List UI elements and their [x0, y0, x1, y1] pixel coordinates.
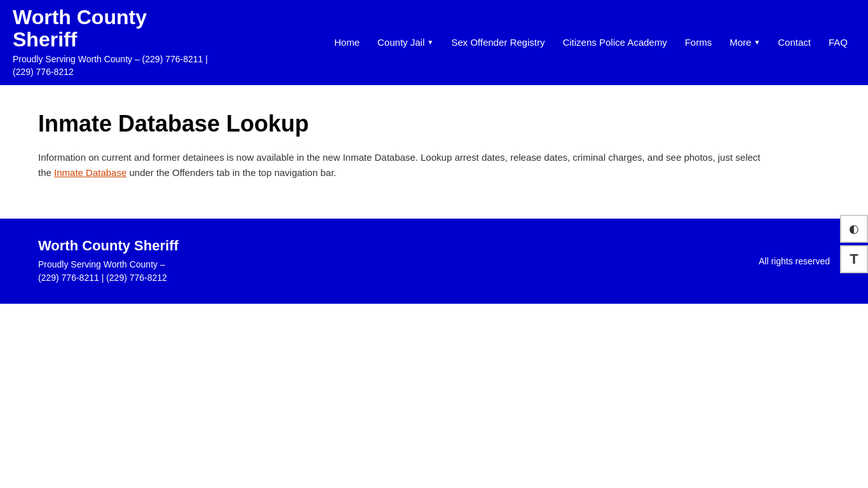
- footer-tagline-line2: (229) 776-8211 | (229) 776-8212: [38, 273, 167, 283]
- nav-label-home: Home: [334, 37, 360, 48]
- site-title: Worth County Sheriff: [13, 6, 216, 51]
- nav-item-citizens-police[interactable]: Citizens Police Academy: [555, 32, 674, 53]
- county-jail-dropdown-icon: ▼: [427, 39, 433, 46]
- footer-rights: All rights reserved: [759, 256, 830, 266]
- site-header: Worth County Sheriff Proudly Serving Wor…: [0, 0, 868, 85]
- nav-item-sex-offender[interactable]: Sex Offender Registry: [444, 32, 552, 53]
- side-buttons: ◐ T: [840, 215, 868, 273]
- font-size-icon: T: [850, 251, 858, 268]
- nav-item-contact[interactable]: Contact: [770, 32, 818, 53]
- page-body: Information on current and former detain…: [38, 150, 769, 180]
- nav-label-contact: Contact: [778, 37, 811, 48]
- main-nav: Home County Jail ▼ Sex Offender Registry…: [216, 32, 855, 53]
- footer-tagline: Proudly Serving Worth County – (229) 776…: [38, 258, 179, 285]
- header-brand: Worth County Sheriff Proudly Serving Wor…: [13, 6, 216, 79]
- body-text-2: under the Offenders tab in the top navig…: [126, 167, 336, 178]
- nav-item-county-jail[interactable]: County Jail ▼: [370, 32, 441, 53]
- nav-item-faq[interactable]: FAQ: [821, 32, 855, 53]
- nav-label-sex-offender: Sex Offender Registry: [451, 37, 545, 48]
- nav-label-forms: Forms: [685, 37, 712, 48]
- contrast-toggle-button[interactable]: ◐: [840, 215, 868, 243]
- footer-tagline-line1: Proudly Serving Worth County –: [38, 259, 165, 269]
- nav-label-more: More: [729, 37, 751, 48]
- page-title: Inmate Database Lookup: [38, 111, 830, 137]
- nav-label-citizens-police: Citizens Police Academy: [562, 37, 667, 48]
- nav-item-more[interactable]: More ▼: [722, 32, 768, 53]
- site-footer: Worth County Sheriff Proudly Serving Wor…: [0, 219, 868, 304]
- main-content: Inmate Database Lookup Information on cu…: [0, 85, 868, 219]
- contrast-icon: ◐: [849, 222, 859, 236]
- site-tagline: Proudly Serving Worth County – (229) 776…: [13, 53, 216, 78]
- nav-item-home[interactable]: Home: [327, 32, 367, 53]
- inmate-database-link[interactable]: Inmate Database: [54, 167, 126, 178]
- font-size-toggle-button[interactable]: T: [840, 245, 868, 273]
- footer-title: Worth County Sheriff: [38, 238, 179, 254]
- nav-label-county-jail: County Jail: [377, 37, 424, 48]
- nav-item-forms[interactable]: Forms: [677, 32, 720, 53]
- nav-label-faq: FAQ: [829, 37, 848, 48]
- more-dropdown-icon: ▼: [754, 39, 760, 46]
- footer-brand: Worth County Sheriff Proudly Serving Wor…: [38, 238, 179, 285]
